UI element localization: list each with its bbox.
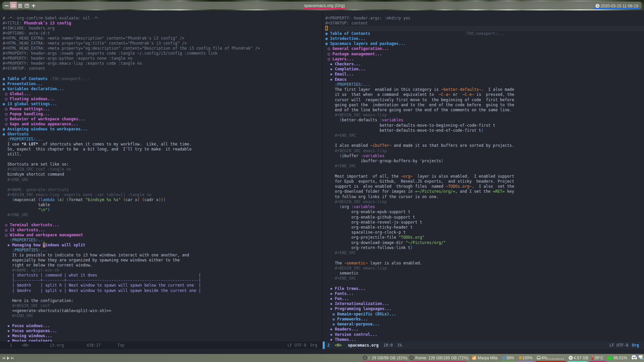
- editor-line: ◉ Table of Contents :TOC:noexport:...: [325, 31, 644, 36]
- editor-line: #+END_SRC: [325, 164, 644, 169]
- text-segment: | $mod+h | split h | Next window to spaw…: [3, 283, 201, 288]
- editor-line: ✸ Version control...: [325, 332, 644, 337]
- editor-line: # -*- org-confirm-babel-evaluate: nil -*…: [3, 16, 322, 21]
- editor-line: [3, 318, 322, 323]
- editor-line: #+INCLUDE: headers.org: [3, 26, 322, 31]
- text-segment: car x: [125, 197, 137, 202]
- text-segment: ◉: [3, 102, 5, 107]
- editor-line: org-return-follows-link t): [325, 245, 644, 250]
- editor-line: end of the line before going over the en…: [325, 108, 644, 113]
- emacs-window-right[interactable]: #+PROPERTY: header-args: :mkdirp yes#+ST…: [323, 10, 644, 349]
- editor-line: ○ Gaps and window appearance...: [3, 122, 322, 127]
- editor-line: #+BEGIN_SRC emacs-lisp: [325, 148, 644, 154]
- cpu-core-bar: [556, 359, 557, 359]
- clock-module[interactable]: 2020-03-15 11-56-19: [592, 2, 641, 9]
- prev-button[interactable]: [3, 357, 5, 360]
- editor-line: semantic: [325, 271, 644, 276]
- editor-line: ✿ Frameworks...: [325, 317, 644, 322]
- text-segment: [3, 323, 7, 328]
- modeline-item: i3.org: [50, 343, 64, 348]
- text-segment: Managing how: [10, 243, 43, 247]
- svg-text:TS: TS: [641, 358, 643, 360]
- text-segment: to follow org links if the cursor is on …: [325, 194, 439, 199]
- workspace-plus[interactable]: [30, 2, 37, 9]
- editor-line: | $mod+h | split h | Next window to spaw…: [3, 283, 322, 288]
- text-segment: :variables: [351, 204, 375, 209]
- text-segment: Terminal shortcuts...: [7, 223, 59, 227]
- cursor: w: [43, 243, 45, 247]
- emacs-window-left[interactable]: # -*- org-confirm-babel-evaluate: nil -*…: [0, 10, 322, 349]
- discord-tray-icon[interactable]: [631, 355, 637, 361]
- editor-line: org-enable-github-support t: [325, 215, 644, 220]
- text-segment: ~TODOs.org~: [446, 184, 472, 189]
- text-segment: ◉: [3, 127, 5, 132]
- text-segment: # -*- org-confirm-babel-evaluate: nil -*…: [3, 16, 100, 20]
- cpu-core-bar: [550, 359, 551, 359]
- text-segment: | shortcuts | command | what it does |: [3, 273, 201, 278]
- editor-line: [325, 281, 644, 286]
- text-segment: [3, 334, 7, 338]
- editor-line: ✸ Completion...: [325, 67, 644, 72]
- text-segment: [3, 117, 5, 121]
- text-segment: org: [342, 204, 351, 209]
- text-segment: #+NAME: generate-shortcuts: [3, 187, 69, 192]
- text-segment: semantic: [325, 271, 359, 276]
- workspace-one[interactable]: [3, 2, 10, 9]
- text-segment: Behavior of workspace changes...: [7, 117, 85, 121]
- editor-line: going past the indentation and to the en…: [325, 103, 644, 108]
- editor-line: org-enable-epub-support t: [325, 209, 644, 215]
- editor-line: #+END_SRC: [3, 313, 322, 318]
- top-status-bar: spacemacs.org (Org) 2020-03-15 11-56-19: [2, 2, 642, 9]
- next-button[interactable]: [11, 357, 13, 360]
- editor-line: right or below the current window.: [3, 263, 322, 268]
- text-segment: Programming languages...: [332, 306, 391, 311]
- editor-line: [3, 71, 322, 76]
- editor-line: #+STARTUP: content: [325, 21, 644, 26]
- editor-line: Here is the configuration:: [3, 298, 322, 303]
- text-segment: [55, 197, 57, 202]
- text-segment: Spacemacs layers and packages...: [328, 41, 406, 46]
- text-segment: [325, 291, 330, 296]
- editor-line: #+HTML_HEAD_EXTRA: <meta property="og:ti…: [3, 41, 322, 46]
- text-segment: [3, 243, 7, 247]
- editor-line: ○ Package management...: [325, 52, 644, 57]
- text-segment: The first layer enabled in this category…: [325, 87, 441, 92]
- play-button[interactable]: [7, 356, 10, 360]
- text-segment: #+STARTUP: content: [3, 66, 45, 71]
- modeline-item: 1: [10, 343, 12, 348]
- editor-line: #+OPTIONS: auto-id:t: [3, 31, 322, 36]
- modeline-left: 1<N>i3.org438:17TopLF UTF-8Org: [0, 342, 322, 349]
- editor-line: it so that when a command equivalent to …: [325, 92, 644, 97]
- editor-line: ○ Floating windows...: [3, 97, 322, 102]
- text-segment: Mouse settings...: [7, 107, 50, 111]
- text-segment: ): [441, 159, 443, 163]
- text-segment: is pressed, the: [474, 92, 514, 97]
- editor-line: to follow org links if the cursor is on …: [325, 194, 644, 199]
- workspace-map[interactable]: [23, 2, 30, 9]
- text-segment: #+HTML_HEAD_EXTRA: <meta property="og:de…: [3, 46, 260, 51]
- editor-line: #+END_SRC: [325, 276, 644, 281]
- title-underline: [304, 8, 345, 9]
- text-segment: #+PROPERTY: header-args :noweb yes :expo…: [3, 51, 217, 56]
- modeline-item: Org: [632, 343, 639, 348]
- text-segment: File trees...: [332, 286, 366, 291]
- text-segment: org-enable-github-support t: [325, 215, 415, 220]
- text-segment: [3, 197, 12, 202]
- text-segment: . I also set the: [472, 184, 514, 189]
- text-segment: #+BEGIN_SRC conf :tangle no: [3, 167, 71, 172]
- editor-line: ✸ Email...: [325, 72, 644, 77]
- text-segment: Package management...: [330, 52, 382, 56]
- editor-line: ○ Terminal shortcuts...: [3, 223, 322, 228]
- workspace-three[interactable]: [17, 2, 23, 9]
- text-segment: org-download folder for images in: [325, 189, 415, 194]
- status-module-text: 96.01%: [613, 356, 627, 360]
- cursor: [325, 26, 328, 31]
- workspace-two-active[interactable]: [10, 2, 17, 9]
- network-tray-icon[interactable]: TS: [638, 355, 643, 361]
- buffer-i3-org[interactable]: # -*- org-confirm-babel-evaluate: nil -*…: [3, 16, 322, 349]
- text-segment: |-----------+---------+-----------------…: [3, 278, 201, 283]
- editor-line: #+HTML_HEAD_EXTRA: <meta property="og:de…: [3, 46, 322, 51]
- buffer-spacemacs-org[interactable]: #+PROPERTY: header-args: :mkdirp yes#+ST…: [325, 16, 644, 349]
- status-module-text: 4.57 GB: [574, 356, 588, 360]
- text-segment: ◉: [3, 132, 5, 137]
